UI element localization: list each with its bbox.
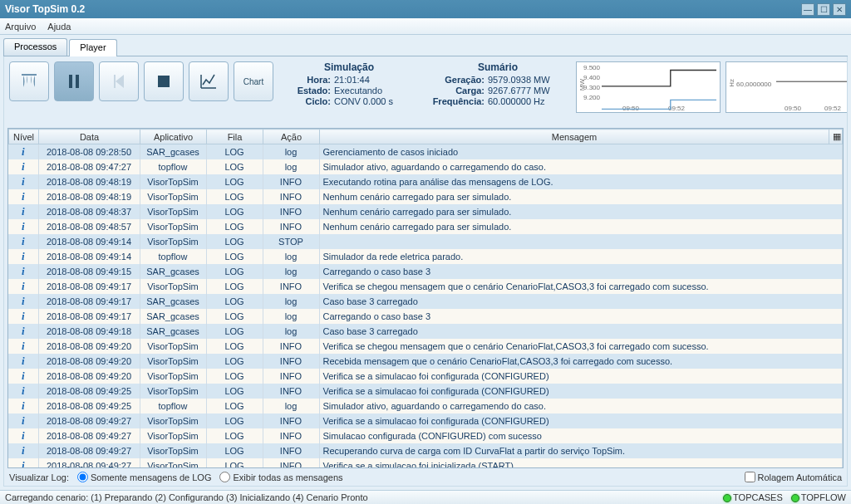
menu-file[interactable]: Arquivo	[5, 22, 36, 32]
player-panel: Chart Simulação Hora:21:01:44 Estado:Exe…	[3, 56, 848, 487]
cell-acao: log	[263, 159, 319, 174]
filter-opt-all[interactable]: Exibir todas as mensagens	[219, 472, 342, 482]
sim-ciclo: CONV 0.000 s	[334, 96, 417, 106]
info-icon: i	[22, 414, 25, 427]
table-row[interactable]: i2018-08-08 09:48:19VisorTopSimLOGINFONe…	[8, 189, 843, 204]
cell-fila: LOG	[206, 189, 263, 204]
cell-acao: INFO	[263, 384, 319, 399]
col-data[interactable]: Data	[39, 130, 140, 144]
cell-fila: LOG	[206, 294, 263, 309]
cell-data: 2018-08-08 09:49:20	[38, 354, 140, 369]
table-row[interactable]: i2018-08-08 09:49:27VisorTopSimLOGINFOSi…	[8, 428, 843, 443]
cell-nivel: i	[8, 249, 38, 264]
cell-fila: LOG	[206, 234, 263, 249]
col-picker-icon[interactable]: ▦	[829, 130, 843, 144]
sim-hora: 21:01:44	[334, 75, 417, 85]
cell-app: VisorTopSim	[140, 339, 206, 354]
minimize-button[interactable]: —	[801, 3, 814, 16]
cell-msg: Carregando o caso base 3	[319, 309, 843, 324]
table-row[interactable]: i2018-08-08 09:49:25VisorTopSimLOGINFOVe…	[8, 384, 843, 399]
cell-fila: LOG	[206, 144, 263, 159]
status-bar: Carregando cenario: (1) Preparando (2) C…	[0, 490, 851, 504]
table-row[interactable]: i2018-08-08 09:49:25topflowLOGlogSimulad…	[8, 399, 843, 413]
table-row[interactable]: i2018-08-08 09:49:17SAR_gcasesLOGlogCaso…	[8, 294, 843, 309]
cell-fila: LOG	[206, 309, 263, 324]
cell-nivel: i	[8, 234, 38, 249]
info-icon: i	[22, 399, 25, 412]
col-fila[interactable]: Fila	[207, 130, 263, 144]
table-row[interactable]: i2018-08-08 09:48:57VisorTopSimLOGINFONe…	[8, 219, 843, 234]
cell-msg: Nenhum cenário carregado para ser simula…	[319, 219, 843, 234]
cell-msg: Simulador da rede eletrica parado.	[319, 249, 843, 264]
table-row[interactable]: i2018-08-08 09:49:14VisorTopSimLOGSTOP	[8, 234, 843, 249]
table-row[interactable]: i2018-08-08 09:49:18SAR_gcasesLOGlogCaso…	[8, 324, 843, 339]
cell-msg: Simulador ativo, aguardando o carregamen…	[319, 399, 843, 413]
cell-fila: LOG	[206, 354, 263, 369]
graph-button[interactable]	[189, 61, 229, 101]
table-row[interactable]: i2018-08-08 09:49:20VisorTopSimLOGINFOVe…	[8, 339, 843, 354]
col-nivel[interactable]: Nível	[9, 130, 39, 144]
cell-data: 2018-08-08 09:49:27	[38, 443, 140, 458]
svg-rect-0	[69, 75, 72, 88]
cell-nivel: i	[8, 384, 38, 399]
col-app[interactable]: Aplicativo	[140, 130, 207, 144]
table-row[interactable]: i2018-08-08 09:28:50SAR_gcasesLOGlogGere…	[8, 144, 843, 159]
cell-msg: Verifica se chegou mensagem que o cenári…	[319, 339, 843, 354]
cell-app: SAR_gcases	[140, 294, 206, 309]
cell-data: 2018-08-08 09:49:20	[38, 339, 140, 354]
workspace: Processos Player Chart Simulação Hora:21…	[0, 35, 851, 490]
filter-opt-logonly[interactable]: Somente mensagens de LOG	[77, 472, 212, 482]
curtain-button[interactable]	[9, 61, 49, 101]
col-msg[interactable]: Mensagem	[320, 130, 829, 144]
cell-data: 2018-08-08 09:48:19	[38, 174, 140, 189]
cell-data: 2018-08-08 09:47:27	[38, 159, 140, 174]
table-row[interactable]: i2018-08-08 09:49:27VisorTopSimLOGINFORe…	[8, 443, 843, 458]
table-row[interactable]: i2018-08-08 09:48:37VisorTopSimLOGINFONe…	[8, 204, 843, 219]
cell-msg: Verifica se a simulacao foi inicializada…	[319, 458, 843, 467]
cell-acao: INFO	[263, 279, 319, 294]
maximize-button[interactable]: ☐	[817, 3, 830, 16]
cell-nivel: i	[8, 324, 38, 339]
table-row[interactable]: i2018-08-08 09:49:14topflowLOGlogSimulad…	[8, 249, 843, 264]
cell-acao: INFO	[263, 174, 319, 189]
table-row[interactable]: i2018-08-08 09:48:19VisorTopSimLOGINFOEx…	[8, 174, 843, 189]
table-row[interactable]: i2018-08-08 09:49:15SAR_gcasesLOGlogCarr…	[8, 264, 843, 279]
cell-msg	[319, 234, 843, 249]
pause-button[interactable]	[54, 61, 94, 101]
table-row[interactable]: i2018-08-08 09:49:27VisorTopSimLOGINFOVe…	[8, 413, 843, 428]
cell-acao: INFO	[263, 339, 319, 354]
tab-player[interactable]: Player	[69, 39, 116, 56]
table-row[interactable]: i2018-08-08 09:49:20VisorTopSimLOGINFOVe…	[8, 369, 843, 384]
table-row[interactable]: i2018-08-08 09:47:27topflowLOGlogSimulad…	[8, 159, 843, 174]
cell-acao: INFO	[263, 204, 319, 219]
cell-data: 2018-08-08 09:49:25	[38, 384, 140, 399]
cell-fila: LOG	[206, 204, 263, 219]
title-bar: Visor TopSim 0.2 — ☐ ✕	[0, 0, 851, 18]
info-icon: i	[22, 175, 25, 188]
log-scroll[interactable]: i2018-08-08 09:28:50SAR_gcasesLOGlogGere…	[8, 144, 843, 467]
cell-msg: Verifica se a simulacao foi configurada …	[319, 369, 843, 384]
menu-help[interactable]: Ajuda	[47, 22, 71, 32]
chart-button[interactable]: Chart	[234, 61, 273, 101]
led-icon	[791, 494, 799, 502]
stop-button[interactable]	[144, 61, 184, 101]
table-row[interactable]: i2018-08-08 09:49:17VisorTopSimLOGINFOVe…	[8, 279, 843, 294]
close-button[interactable]: ✕	[833, 3, 846, 16]
cell-fila: LOG	[206, 324, 263, 339]
table-row[interactable]: i2018-08-08 09:49:20VisorTopSimLOGINFORe…	[8, 354, 843, 369]
player-toolbar: Chart	[9, 61, 273, 123]
tab-processos[interactable]: Processos	[3, 38, 67, 56]
cell-acao: log	[263, 399, 319, 413]
table-row[interactable]: i2018-08-08 09:49:27VisorTopSimLOGINFOVe…	[8, 458, 843, 467]
cell-acao: log	[263, 324, 319, 339]
table-row[interactable]: i2018-08-08 09:49:17SAR_gcasesLOGlogCarr…	[8, 309, 843, 324]
auto-scroll-toggle[interactable]: Rolagem Automática	[745, 472, 843, 482]
prev-button[interactable]	[99, 61, 139, 101]
cell-acao: log	[263, 144, 319, 159]
cell-fila: LOG	[206, 384, 263, 399]
status-topflow: TOPFLOW	[791, 492, 846, 502]
cell-data: 2018-08-08 09:48:19	[38, 189, 140, 204]
svg-rect-1	[76, 75, 79, 88]
col-acao[interactable]: Ação	[263, 130, 320, 144]
svg-rect-2	[158, 76, 170, 87]
